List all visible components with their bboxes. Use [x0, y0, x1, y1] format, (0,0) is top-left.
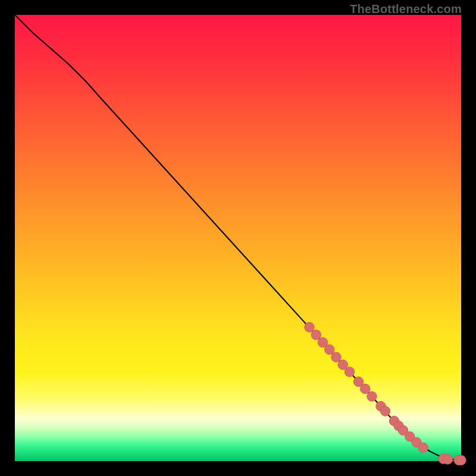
data-marker [456, 455, 466, 465]
chart-svg [15, 15, 461, 461]
watermark-text: TheBottleneck.com [350, 2, 462, 16]
data-marker [361, 384, 371, 393]
data-marker [443, 455, 453, 465]
data-marker [345, 367, 355, 377]
data-marker [311, 330, 321, 340]
data-marker [418, 443, 428, 453]
marker-group [305, 322, 466, 465]
plot-area [15, 15, 461, 461]
data-marker [305, 322, 315, 333]
data-marker [331, 352, 342, 362]
curve-line [15, 15, 461, 461]
data-marker [325, 345, 335, 355]
chart-frame: TheBottleneck.com [0, 0, 476, 476]
data-marker [380, 406, 390, 416]
data-marker [367, 392, 377, 402]
